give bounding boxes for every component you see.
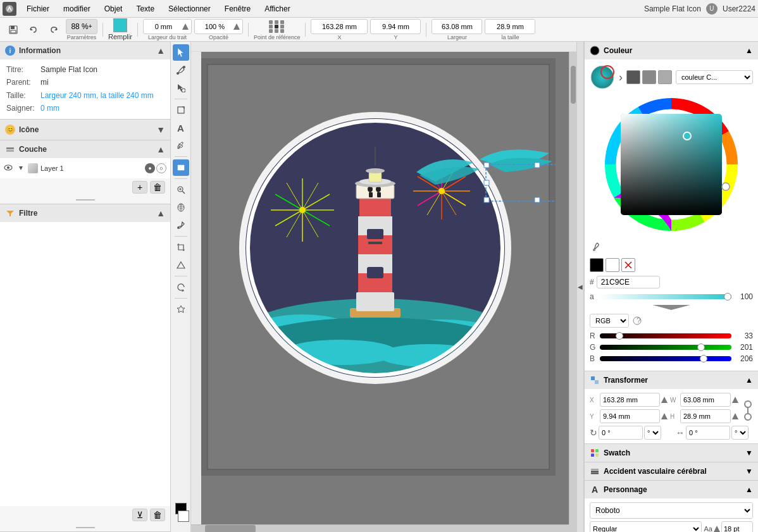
transform-y-input[interactable] — [600, 409, 660, 423]
layer-resize-handle[interactable] — [0, 196, 170, 204]
filtre-header[interactable]: Filtre ▲ — [0, 204, 170, 222]
rotation1-select[interactable]: ° — [644, 426, 661, 440]
fill-color-box[interactable] — [113, 18, 127, 32]
color-preview-circle[interactable] — [590, 65, 615, 90]
personnage-toggle[interactable]: ▲ — [745, 485, 753, 494]
information-toggle[interactable]: ▲ — [156, 46, 165, 56]
chain-link-icon[interactable] — [742, 398, 754, 423]
dark-swatch[interactable] — [626, 70, 640, 84]
canvas-viewport[interactable] — [201, 52, 569, 524]
menu-modifier[interactable]: modifier — [57, 3, 97, 15]
star-tool[interactable] — [173, 301, 189, 318]
pencil-tool[interactable] — [173, 137, 189, 154]
layer-visibility-toggle[interactable] — [4, 163, 14, 173]
menu-selectionner[interactable]: Sélectionner — [162, 3, 217, 15]
avc-toggle[interactable]: ▼ — [745, 467, 753, 476]
stroke-width-input[interactable] — [146, 23, 181, 30]
layer-expand-btn[interactable] — [16, 164, 25, 173]
layer-option-btn[interactable]: ● — [145, 163, 155, 173]
couche-header[interactable]: Couche ▲ — [0, 140, 170, 158]
undo-button[interactable] — [24, 21, 43, 39]
avc-header[interactable]: Accident vasculaire cérébral ▼ — [585, 462, 758, 480]
w-input[interactable] — [435, 23, 479, 30]
filtre-resize-handle[interactable] — [0, 524, 170, 531]
filtre-toggle[interactable]: ▲ — [156, 208, 165, 218]
eyedropper-icon[interactable] — [590, 239, 605, 254]
select-by-type-tool[interactable] — [173, 80, 189, 96]
rotation1-input[interactable] — [599, 426, 643, 440]
rotation2-select[interactable]: ° — [731, 426, 749, 440]
rotation2-input[interactable] — [686, 426, 730, 440]
app-logo[interactable] — [3, 2, 16, 16]
menu-afficher[interactable]: Afficher — [258, 3, 296, 15]
transform-x-input[interactable] — [600, 393, 660, 407]
layer-add-btn[interactable]: + — [132, 181, 147, 194]
crop-tool[interactable] — [173, 239, 189, 256]
user-avatar[interactable]: U — [706, 3, 718, 15]
menu-objet[interactable]: Objet — [98, 3, 129, 15]
pan-tool[interactable] — [173, 199, 189, 216]
color-mode-dropdown[interactable]: couleur C... — [676, 70, 753, 84]
couche-toggle[interactable]: ▲ — [156, 144, 165, 154]
rotate-tool[interactable] — [173, 279, 189, 295]
transformer-toggle[interactable]: ▲ — [745, 376, 753, 385]
black-swatch[interactable] — [590, 258, 604, 272]
node-tool[interactable] — [173, 62, 189, 78]
horizontal-scrollbar[interactable] — [191, 524, 569, 532]
r-slider[interactable] — [600, 333, 731, 338]
y-stepper-icon[interactable] — [661, 413, 668, 419]
save-button[interactable] — [4, 21, 23, 39]
font-size-stepper[interactable] — [714, 526, 720, 532]
b-slider[interactable] — [600, 356, 731, 361]
font-style-select[interactable]: Regular Bold Italic — [590, 521, 702, 532]
swatch-header[interactable]: Swatch ▼ — [585, 444, 758, 462]
icone-header[interactable]: 😊 Icône ▼ — [0, 120, 170, 140]
redo-button[interactable] — [44, 21, 63, 39]
dropper-tool[interactable] — [173, 217, 189, 233]
font-family-select[interactable]: Roboto — [590, 502, 753, 519]
opacity-input[interactable] — [197, 23, 232, 30]
transform-w-input[interactable] — [680, 393, 731, 407]
text-tool[interactable]: A — [173, 120, 189, 136]
svg-rect-94 — [535, 163, 540, 168]
swatch-section: Swatch ▼ — [585, 444, 758, 462]
color-arrow-right[interactable]: › — [619, 71, 623, 84]
filter-add-btn[interactable]: ⊻ — [132, 509, 147, 521]
rect-tool[interactable] — [173, 159, 189, 176]
background-color[interactable] — [178, 510, 189, 522]
h-input[interactable] — [488, 23, 532, 30]
couleur-toggle[interactable]: ▲ — [745, 46, 753, 55]
icone-toggle[interactable]: ▼ — [156, 125, 165, 135]
filter-delete-btn[interactable]: 🗑 — [150, 509, 165, 521]
y-input[interactable] — [373, 23, 418, 30]
swatch-toggle[interactable]: ▼ — [745, 448, 753, 457]
font-size-input[interactable] — [721, 521, 753, 532]
transform-tool[interactable] — [173, 102, 189, 118]
color-wheel-svg[interactable] — [602, 95, 741, 234]
hex-input[interactable] — [597, 276, 660, 288]
layer-lock-btn[interactable]: ○ — [156, 163, 166, 173]
layer-delete-btn[interactable]: 🗑 — [150, 181, 165, 194]
menu-fenetre[interactable]: Fenêtre — [218, 3, 257, 15]
color-space-select[interactable]: RGB HSL CMYK — [590, 314, 629, 328]
light-swatch[interactable] — [658, 70, 672, 84]
w-stepper-icon[interactable] — [732, 397, 738, 403]
select-tool[interactable] — [173, 44, 189, 61]
white-swatch[interactable] — [606, 258, 619, 272]
triangle-tool[interactable] — [173, 257, 189, 273]
information-header[interactable]: i Information ▲ — [0, 42, 170, 59]
transform-h-input[interactable] — [680, 409, 731, 423]
vertical-scrollbar[interactable] — [569, 52, 576, 524]
panel-collapse-arrow[interactable]: ◀ — [576, 42, 584, 532]
none-swatch[interactable] — [621, 258, 635, 272]
x-input[interactable] — [314, 23, 364, 30]
menu-texte[interactable]: Texte — [130, 3, 161, 15]
alpha-slider[interactable] — [600, 294, 731, 299]
params-button[interactable]: 88 % + — [66, 19, 97, 34]
g-slider[interactable] — [600, 345, 731, 350]
menu-fichier[interactable]: Fichier — [20, 3, 56, 15]
h-stepper-icon[interactable] — [732, 413, 738, 419]
zoom-tool[interactable] — [173, 182, 189, 198]
mid-swatch[interactable] — [642, 70, 656, 84]
x-stepper-icon[interactable] — [661, 397, 668, 403]
